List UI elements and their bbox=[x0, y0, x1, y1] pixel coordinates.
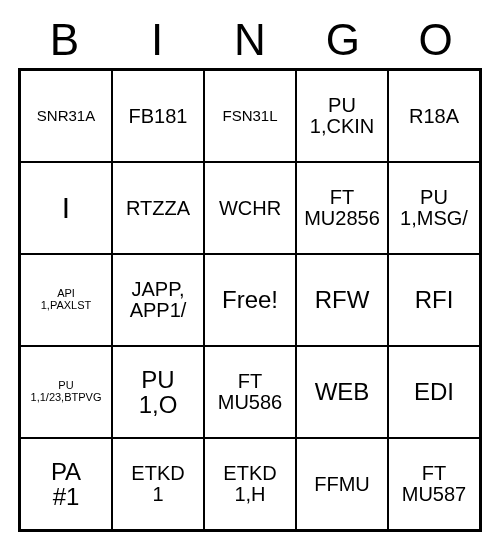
header-n: N bbox=[204, 18, 297, 62]
bingo-cell[interactable]: I bbox=[20, 162, 112, 254]
bingo-cell[interactable]: RFI bbox=[388, 254, 480, 346]
bingo-card: B I N G O SNR31AFB181FSN31LPU 1,CKINR18A… bbox=[18, 18, 482, 532]
bingo-cell[interactable]: FB181 bbox=[112, 70, 204, 162]
bingo-cell[interactable]: JAPP, APP1/ bbox=[112, 254, 204, 346]
bingo-cell[interactable]: API 1,PAXLST bbox=[20, 254, 112, 346]
bingo-cell[interactable]: R18A bbox=[388, 70, 480, 162]
bingo-cell[interactable]: ETKD 1,H bbox=[204, 438, 296, 530]
header-i: I bbox=[111, 18, 204, 62]
header-g: G bbox=[296, 18, 389, 62]
bingo-cell[interactable]: PA #1 bbox=[20, 438, 112, 530]
bingo-cell[interactable]: PU 1,O bbox=[112, 346, 204, 438]
header-o: O bbox=[389, 18, 482, 62]
bingo-cell[interactable]: WEB bbox=[296, 346, 388, 438]
bingo-cell[interactable]: PU 1,CKIN bbox=[296, 70, 388, 162]
bingo-cell[interactable]: FSN31L bbox=[204, 70, 296, 162]
bingo-cell[interactable]: EDI bbox=[388, 346, 480, 438]
bingo-grid: SNR31AFB181FSN31LPU 1,CKINR18AIRTZZAWCHR… bbox=[18, 68, 482, 532]
bingo-cell[interactable]: WCHR bbox=[204, 162, 296, 254]
bingo-header: B I N G O bbox=[18, 18, 482, 62]
bingo-cell[interactable]: FT MU2856 bbox=[296, 162, 388, 254]
free-space[interactable]: Free! bbox=[204, 254, 296, 346]
bingo-cell[interactable]: PU 1,1/23,BTPVG bbox=[20, 346, 112, 438]
bingo-cell[interactable]: RFW bbox=[296, 254, 388, 346]
bingo-cell[interactable]: SNR31A bbox=[20, 70, 112, 162]
bingo-cell[interactable]: PU 1,MSG/ bbox=[388, 162, 480, 254]
header-b: B bbox=[18, 18, 111, 62]
bingo-cell[interactable]: FT MU587 bbox=[388, 438, 480, 530]
bingo-cell[interactable]: FFMU bbox=[296, 438, 388, 530]
bingo-cell[interactable]: ETKD 1 bbox=[112, 438, 204, 530]
bingo-cell[interactable]: RTZZA bbox=[112, 162, 204, 254]
bingo-cell[interactable]: FT MU586 bbox=[204, 346, 296, 438]
